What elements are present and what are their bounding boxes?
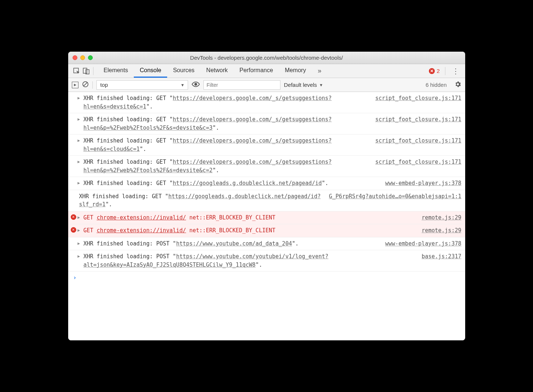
- source-link[interactable]: remote.js:29: [422, 226, 461, 235]
- console-error-row[interactable]: ✕▶remote.js:29GET chrome-extension://inv…: [68, 224, 465, 237]
- zoom-window-button[interactable]: [88, 55, 93, 60]
- log-message: XHR finished loading: GET "https://googl…: [79, 193, 321, 208]
- close-window-button[interactable]: [73, 55, 77, 60]
- source-link[interactable]: www-embed-player.js:378: [385, 240, 462, 248]
- source-link[interactable]: script_foot_closure.js:171: [375, 137, 462, 145]
- disclosure-triangle-icon[interactable]: ▶: [78, 117, 80, 123]
- disclosure-triangle-icon[interactable]: ▶: [78, 241, 80, 247]
- request-url-link[interactable]: https://googleads.g.doubleclick.net/page…: [79, 193, 321, 208]
- inspect-element-icon[interactable]: [72, 67, 81, 75]
- log-message: XHR finished loading: POST "https://www.…: [84, 253, 328, 268]
- request-url-link[interactable]: https://googleads.g.doubleclick.net/page…: [173, 180, 321, 186]
- disclosure-triangle-icon[interactable]: ▶: [78, 180, 80, 186]
- svg-point-6: [195, 83, 197, 85]
- console-log-row[interactable]: ▶script_foot_closure.js:171XHR finished …: [68, 134, 465, 156]
- request-url-link[interactable]: https://www.youtube.com/ad_data_204: [176, 240, 292, 247]
- hidden-messages-count[interactable]: 6 hidden: [426, 82, 447, 88]
- svg-rect-1: [83, 68, 87, 73]
- source-link[interactable]: script_foot_closure.js:171: [375, 115, 462, 124]
- log-message: XHR finished loading: GET "https://googl…: [84, 180, 328, 186]
- error-count-badge[interactable]: ✕ 2: [429, 68, 440, 74]
- source-link[interactable]: script_foot_closure.js:171: [375, 158, 462, 166]
- tab-elements[interactable]: Elements: [98, 64, 134, 78]
- request-url-link[interactable]: https://www.youtube.com/youtubei/v1/log_…: [84, 253, 328, 268]
- console-prompt[interactable]: ›: [68, 271, 465, 340]
- log-levels-label: Default levels: [284, 82, 317, 88]
- disclosure-triangle-icon[interactable]: ▶: [78, 228, 80, 234]
- prompt-chevron-icon: ›: [73, 274, 77, 281]
- request-url-link[interactable]: https://developers.google.com/_s/getsugg…: [84, 116, 332, 131]
- log-message: XHR finished loading: GET "https://devel…: [84, 116, 332, 131]
- devtools-window: DevTools - developers.google.com/web/too…: [68, 52, 465, 340]
- error-count: 2: [437, 68, 440, 74]
- console-toolbar: top Default levels 6 hidden: [68, 78, 465, 92]
- filter-input[interactable]: [203, 80, 280, 90]
- console-log-row[interactable]: ▶www-embed-player.js:378XHR finished loa…: [68, 237, 465, 251]
- toggle-console-drawer-icon[interactable]: [72, 82, 78, 88]
- log-message: XHR finished loading: POST "https://www.…: [84, 240, 299, 247]
- error-icon: ✕: [71, 214, 76, 220]
- disclosure-triangle-icon[interactable]: ▶: [78, 138, 80, 144]
- console-log-row[interactable]: ▶script_foot_closure.js:171XHR finished …: [68, 156, 465, 177]
- log-message: XHR finished loading: GET "https://devel…: [84, 159, 332, 174]
- context-selector[interactable]: top: [96, 80, 188, 90]
- log-message: GET chrome-extension://invalid/ net::ERR…: [84, 227, 276, 234]
- console-log-row[interactable]: G_P6rpRSr4g?autohide…o=0&enablejsapi=1:1…: [68, 190, 465, 211]
- clear-console-icon[interactable]: [82, 81, 89, 89]
- traffic-lights: [73, 55, 93, 60]
- log-message: XHR finished loading: GET "https://devel…: [84, 95, 332, 110]
- source-link[interactable]: G_P6rpRSr4g?autohide…o=0&enablejsapi=1:1: [329, 192, 461, 201]
- request-url-link[interactable]: https://developers.google.com/_s/getsugg…: [84, 95, 332, 110]
- tabs-overflow-button[interactable]: »: [315, 67, 324, 75]
- panel-tabs: Elements Console Sources Network Perform…: [98, 64, 312, 78]
- tab-sources[interactable]: Sources: [167, 64, 201, 78]
- console-log-row[interactable]: ▶script_foot_closure.js:171XHR finished …: [68, 92, 465, 113]
- svg-line-5: [83, 82, 87, 86]
- live-expression-icon[interactable]: [192, 80, 200, 89]
- error-icon: ✕: [429, 68, 435, 74]
- source-link[interactable]: remote.js:29: [422, 214, 461, 222]
- console-log-row[interactable]: ▶script_foot_closure.js:171XHR finished …: [68, 113, 465, 134]
- titlebar: DevTools - developers.google.com/web/too…: [68, 52, 465, 64]
- request-url-link[interactable]: https://developers.google.com/_s/getsugg…: [84, 137, 332, 152]
- console-log-row[interactable]: ▶www-embed-player.js:378XHR finished loa…: [68, 177, 465, 190]
- request-url-link[interactable]: chrome-extension://invalid/: [97, 214, 186, 221]
- window-title: DevTools - developers.google.com/web/too…: [68, 55, 465, 61]
- toggle-device-toolbar-icon[interactable]: [81, 67, 91, 75]
- context-selector-label: top: [100, 82, 108, 88]
- log-message: XHR finished loading: GET "https://devel…: [84, 137, 332, 152]
- console-error-row[interactable]: ✕▶remote.js:29GET chrome-extension://inv…: [68, 211, 465, 225]
- request-url-link[interactable]: chrome-extension://invalid/: [97, 227, 186, 234]
- console-settings-icon[interactable]: [454, 81, 462, 89]
- source-link[interactable]: base.js:2317: [422, 252, 461, 261]
- log-levels-selector[interactable]: Default levels: [284, 82, 323, 88]
- tab-memory[interactable]: Memory: [279, 64, 312, 78]
- source-link[interactable]: script_foot_closure.js:171: [375, 94, 462, 103]
- console-log-row[interactable]: ▶base.js:2317XHR finished loading: POST …: [68, 250, 465, 271]
- minimize-window-button[interactable]: [80, 55, 85, 60]
- disclosure-triangle-icon[interactable]: ▶: [78, 95, 80, 101]
- more-options-button[interactable]: ⋮: [450, 67, 462, 75]
- tab-console[interactable]: Console: [134, 64, 167, 78]
- request-url-link[interactable]: https://developers.google.com/_s/getsugg…: [84, 159, 332, 174]
- console-log-area[interactable]: ▶script_foot_closure.js:171XHR finished …: [68, 92, 465, 340]
- error-icon: ✕: [71, 227, 76, 233]
- tab-network[interactable]: Network: [201, 64, 234, 78]
- disclosure-triangle-icon[interactable]: ▶: [78, 254, 80, 260]
- tab-row: Elements Console Sources Network Perform…: [68, 64, 465, 78]
- log-message: GET chrome-extension://invalid/ net::ERR…: [84, 214, 276, 221]
- disclosure-triangle-icon[interactable]: ▶: [78, 159, 80, 165]
- source-link[interactable]: www-embed-player.js:378: [385, 179, 462, 188]
- tab-performance[interactable]: Performance: [234, 64, 279, 78]
- disclosure-triangle-icon[interactable]: ▶: [78, 215, 80, 221]
- svg-marker-3: [74, 84, 76, 86]
